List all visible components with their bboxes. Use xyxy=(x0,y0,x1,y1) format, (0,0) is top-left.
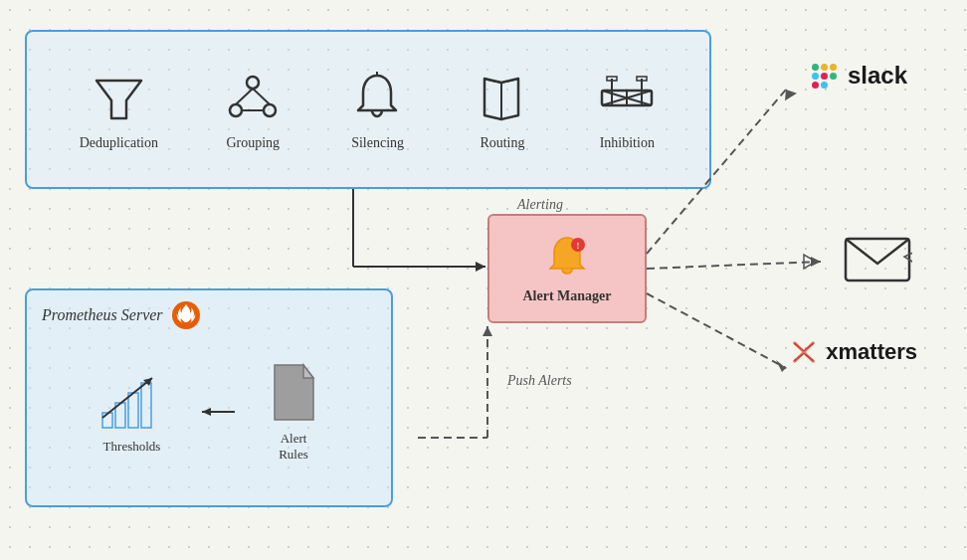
svg-rect-32 xyxy=(821,64,828,71)
svg-rect-36 xyxy=(830,73,837,80)
prometheus-icon xyxy=(171,300,201,330)
svg-point-2 xyxy=(230,104,242,116)
feature-deduplication: Deduplication xyxy=(80,68,158,151)
svg-rect-33 xyxy=(821,73,828,80)
feature-routing: Routing xyxy=(473,68,532,151)
svg-marker-52 xyxy=(804,255,816,269)
thresholds-label: Thresholds xyxy=(103,439,161,455)
slack-label-text: slack xyxy=(848,62,907,90)
email-icon-svg xyxy=(843,229,912,283)
svg-marker-48 xyxy=(776,360,786,372)
inhibition-label: Inhibition xyxy=(600,135,655,151)
svg-rect-34 xyxy=(812,82,819,89)
features-box: Deduplication Grouping Si xyxy=(25,30,711,189)
prometheus-header: Prometheus Server xyxy=(27,290,391,340)
svg-line-26 xyxy=(102,378,152,418)
svg-marker-0 xyxy=(97,81,141,118)
svg-marker-44 xyxy=(780,86,797,102)
svg-point-3 xyxy=(264,104,276,116)
svg-marker-29 xyxy=(202,408,211,416)
xmatters-integration: xmatters xyxy=(790,338,917,366)
svg-point-1 xyxy=(247,77,259,89)
inhibition-icon xyxy=(597,68,657,127)
email-icon xyxy=(843,229,912,287)
svg-marker-46 xyxy=(811,257,821,267)
grouping-icon xyxy=(223,68,283,127)
svg-marker-51 xyxy=(483,326,492,336)
svg-rect-30 xyxy=(812,73,819,80)
svg-rect-25 xyxy=(141,383,151,428)
prometheus-title: Prometheus Server xyxy=(42,306,163,324)
alert-rules-icon xyxy=(267,360,321,425)
feature-inhibition: Inhibition xyxy=(597,68,657,151)
svg-line-5 xyxy=(253,89,270,104)
thresholds-chart-icon xyxy=(97,368,167,433)
deduplication-label: Deduplication xyxy=(80,135,158,151)
slack-integration: slack xyxy=(808,60,907,92)
svg-line-47 xyxy=(647,293,786,368)
xmatters-label-text: xmatters xyxy=(826,339,917,365)
alertmanager-box: ! Alert Manager xyxy=(487,214,647,323)
push-alerts-label: Push Alerts xyxy=(507,373,572,389)
thresholds-item: Thresholds xyxy=(97,368,167,455)
alert-rules-label: AlertRules xyxy=(279,431,308,463)
svg-rect-24 xyxy=(128,393,138,428)
svg-rect-31 xyxy=(812,64,819,71)
feature-silencing: Silencing xyxy=(348,68,408,151)
svg-rect-35 xyxy=(830,64,837,71)
prometheus-content: Thresholds AlertRules xyxy=(27,360,391,463)
grouping-label: Grouping xyxy=(226,135,280,151)
svg-line-4 xyxy=(236,89,253,104)
alertmanager-title: Alert Manager xyxy=(522,288,611,304)
alert-rules-item: AlertRules xyxy=(267,360,321,463)
svg-marker-42 xyxy=(476,262,485,272)
routing-icon xyxy=(473,68,532,127)
svg-line-45 xyxy=(647,262,821,269)
svg-text:!: ! xyxy=(577,241,580,251)
feature-grouping: Grouping xyxy=(223,68,283,151)
alertmanager-icon: ! xyxy=(542,233,592,282)
alerting-label: Alerting xyxy=(517,197,563,213)
xmatters-icon xyxy=(790,338,818,366)
slack-icon xyxy=(808,60,840,92)
routing-label: Routing xyxy=(480,135,524,151)
svg-rect-37 xyxy=(821,82,828,89)
deduplication-icon xyxy=(89,68,148,127)
silencing-icon xyxy=(348,68,408,127)
prometheus-box: Prometheus Server Thresholds xyxy=(25,288,393,507)
threshold-arrow-icon xyxy=(197,402,237,422)
silencing-label: Silencing xyxy=(351,135,404,151)
